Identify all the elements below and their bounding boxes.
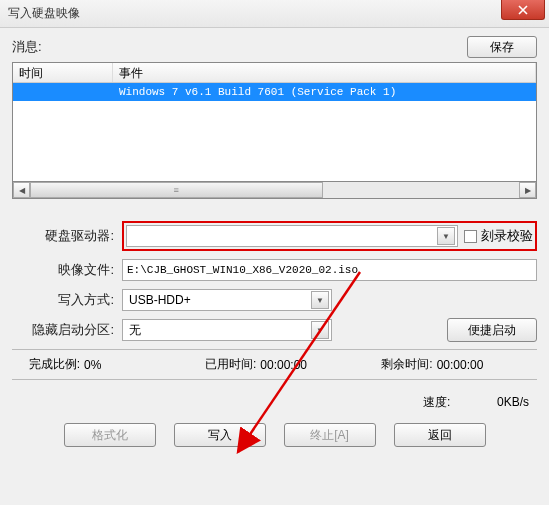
hidden-partition-label: 隐藏启动分区: xyxy=(12,321,122,339)
quick-boot-button[interactable]: 便捷启动 xyxy=(447,318,537,342)
write-mode-combo[interactable]: USB-HDD+ ▼ xyxy=(122,289,332,311)
list-row[interactable]: Windows 7 v6.1 Build 7601 (Service Pack … xyxy=(13,83,536,101)
pct-value: 0% xyxy=(84,358,184,372)
content-area: 消息: 保存 时间 事件 Windows 7 v6.1 Build 7601 (… xyxy=(0,28,549,505)
speed-value: 0KB/s xyxy=(497,395,529,409)
scroll-thumb[interactable]: ≡ xyxy=(30,182,323,198)
titlebar: 写入硬盘映像 xyxy=(0,0,549,28)
elapsed-label: 已用时间: xyxy=(188,356,260,373)
close-button[interactable] xyxy=(501,0,545,20)
write-button[interactable]: 写入 xyxy=(174,423,266,447)
speed-row: 速度: 0KB/s xyxy=(12,394,537,411)
col-event: 事件 xyxy=(113,63,536,82)
divider xyxy=(12,349,537,350)
scroll-track[interactable]: ≡ xyxy=(30,182,519,198)
chevron-down-icon[interactable]: ▼ xyxy=(437,227,455,245)
scroll-left-icon[interactable]: ◀ xyxy=(13,182,30,198)
save-button[interactable]: 保存 xyxy=(467,36,537,58)
verify-checkbox-wrap[interactable]: 刻录校验 xyxy=(464,227,533,245)
progress-row: 完成比例: 0% 已用时间: 00:00:00 剩余时间: 00:00:00 xyxy=(12,356,537,373)
horizontal-scrollbar[interactable]: ◀ ≡ ▶ xyxy=(12,182,537,199)
window-title: 写入硬盘映像 xyxy=(8,5,80,22)
scroll-right-icon[interactable]: ▶ xyxy=(519,182,536,198)
chevron-down-icon[interactable]: ▼ xyxy=(311,291,329,309)
image-path-input[interactable]: E:\CJB_GHOST_WIN10_X86_V2020_02.iso xyxy=(122,259,537,281)
elapsed-value: 00:00:00 xyxy=(260,358,360,372)
col-time: 时间 xyxy=(13,63,113,82)
write-mode-label: 写入方式: xyxy=(12,291,122,309)
divider xyxy=(12,379,537,380)
back-button[interactable]: 返回 xyxy=(394,423,486,447)
abort-button[interactable]: 终止[A] xyxy=(284,423,376,447)
chevron-down-icon[interactable]: ▼ xyxy=(311,321,329,339)
format-button[interactable]: 格式化 xyxy=(64,423,156,447)
cell-event: Windows 7 v6.1 Build 7601 (Service Pack … xyxy=(113,86,536,98)
remain-value: 00:00:00 xyxy=(437,358,537,372)
hidden-partition-combo[interactable]: 无 ▼ xyxy=(122,319,332,341)
button-row: 格式化 写入 终止[A] 返回 xyxy=(12,423,537,447)
pct-label: 完成比例: xyxy=(12,356,84,373)
drive-combo[interactable]: ▼ xyxy=(126,225,458,247)
image-label: 映像文件: xyxy=(12,261,122,279)
event-list[interactable]: 时间 事件 Windows 7 v6.1 Build 7601 (Service… xyxy=(12,62,537,182)
list-header: 时间 事件 xyxy=(13,63,536,83)
speed-label: 速度: xyxy=(423,395,450,409)
message-label: 消息: xyxy=(12,38,467,56)
highlight-box: ▼ 刻录校验 xyxy=(122,221,537,251)
verify-checkbox[interactable] xyxy=(464,230,477,243)
remain-label: 剩余时间: xyxy=(365,356,437,373)
verify-label: 刻录校验 xyxy=(481,227,533,245)
drive-label: 硬盘驱动器: xyxy=(12,227,122,245)
